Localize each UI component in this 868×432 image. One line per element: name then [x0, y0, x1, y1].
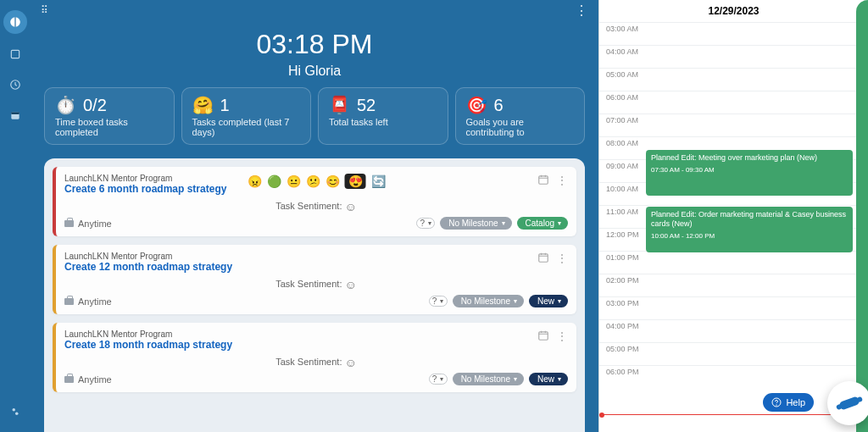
task-schedule[interactable]: Anytime	[64, 219, 112, 229]
stat-label: Tasks completed (last 7 days)	[192, 117, 301, 137]
svg-rect-1	[14, 17, 15, 27]
svg-rect-10	[539, 332, 548, 340]
hour-row[interactable]: 03:00 AM	[599, 22, 868, 45]
stat-card[interactable]: 🤗1Tasks completed (last 7 days)	[181, 87, 312, 145]
hour-label: 04:00 AM	[606, 46, 647, 56]
smile-icon[interactable]: ☺	[345, 356, 357, 369]
hour-row[interactable]: 07:00 AM	[599, 114, 868, 136]
hour-row[interactable]: 05:00 PM	[599, 342, 868, 365]
rail-clock-icon[interactable]	[5, 75, 25, 95]
help-button[interactable]: Help	[763, 393, 814, 412]
task-anytime-label: Anytime	[78, 219, 112, 229]
hour-label: 10:00 AM	[606, 183, 647, 193]
task-menu-icon[interactable]: ⋮	[556, 330, 568, 344]
hour-label: 05:00 AM	[606, 69, 647, 79]
rail-note-icon[interactable]	[5, 44, 25, 64]
hour-label: 06:00 AM	[606, 91, 647, 102]
task-sentiment-label: Task Sentiment:	[275, 201, 342, 211]
sentiment-option[interactable]: 😊	[326, 174, 340, 188]
svg-point-6	[13, 408, 16, 412]
stats-row: ⏱️0/2Time boxed tasks completed🤗1Tasks c…	[31, 87, 598, 158]
briefcase-icon	[64, 376, 74, 383]
task-menu-icon[interactable]: ⋮	[556, 252, 568, 266]
milestone-pill[interactable]: No Milestone ▾	[453, 373, 524, 385]
hour-label: 08:00 AM	[606, 137, 647, 147]
calendar-event[interactable]: Planned Edit: Order marketing material &…	[646, 207, 853, 252]
task-anytime-label: Anytime	[78, 296, 112, 307]
hour-row[interactable]: 01:00 PM	[599, 251, 868, 274]
event-title: Planned Edit: Meeting over marketing pla…	[651, 153, 848, 163]
sentiment-option[interactable]: 😠	[248, 174, 262, 188]
task-card: 😠🟢😐😕😊😍🔄⋮LaunchLKN Mentor ProgramCreate 6…	[53, 167, 576, 236]
now-indicator	[599, 414, 868, 415]
task-title[interactable]: Create 12 month roadmap strategy	[64, 261, 568, 273]
stat-label: Goals you are contributing to	[466, 117, 575, 137]
task-schedule[interactable]: Anytime	[64, 374, 112, 385]
task-card: ⋮LaunchLKN Mentor ProgramCreate 18 month…	[53, 323, 576, 392]
task-schedule-icon[interactable]	[537, 252, 549, 266]
sentiment-picker[interactable]: 😠🟢😐😕😊😍🔄	[248, 174, 386, 189]
calendar-event[interactable]: Planned Edit: Meeting over marketing pla…	[646, 150, 853, 196]
stat-value: 52	[357, 96, 376, 115]
hour-row[interactable]: 05:00 AM	[599, 68, 868, 91]
help-label: Help	[786, 397, 805, 407]
hour-label: 11:00 AM	[606, 206, 647, 216]
hour-row[interactable]: 03:00 PM	[599, 296, 868, 319]
task-help-pill[interactable]: ? ▾	[429, 374, 448, 385]
smile-icon[interactable]: ☺	[345, 278, 357, 291]
sentiment-option[interactable]: 😍	[345, 174, 366, 189]
left-rail	[0, 0, 31, 432]
chat-fab[interactable]	[827, 381, 868, 425]
svg-rect-5	[11, 113, 19, 114]
task-schedule-icon[interactable]	[537, 174, 549, 188]
status-pill[interactable]: New ▾	[529, 295, 568, 307]
sentiment-option[interactable]: 😐	[287, 174, 301, 188]
task-sentiment-label: Task Sentiment:	[275, 279, 342, 289]
task-project: LaunchLKN Mentor Program	[64, 252, 568, 261]
hour-row[interactable]: 04:00 AM	[599, 45, 868, 68]
stat-card[interactable]: ⏱️0/2Time boxed tasks completed	[44, 87, 175, 145]
event-time: 10:00 AM - 12:00 PM	[651, 232, 848, 241]
milestone-pill[interactable]: No Milestone ▾	[440, 217, 511, 230]
calendar-body: 03:00 AM04:00 AM05:00 AM06:00 AM07:00 AM…	[599, 22, 868, 432]
sentiment-option[interactable]: 🟢	[267, 174, 281, 188]
hour-row[interactable]: 02:00 PM	[599, 274, 868, 296]
tasks-panel: 😠🟢😐😕😊😍🔄⋮LaunchLKN Mentor ProgramCreate 6…	[44, 158, 585, 432]
briefcase-icon	[64, 220, 74, 227]
status-pill[interactable]: Catalog ▾	[517, 217, 568, 230]
calendar-date: 12/29/2023	[599, 0, 868, 22]
task-sentiment-row: Task Sentiment: ☺	[64, 356, 568, 369]
svg-rect-2	[11, 50, 19, 58]
stat-icon: ⏱️	[55, 95, 76, 115]
hour-label: 03:00 PM	[606, 297, 647, 307]
rail-home-icon[interactable]	[3, 10, 27, 34]
sentiment-option[interactable]: 😕	[306, 174, 320, 188]
stat-card[interactable]: 🎯6Goals you are contributing to	[455, 87, 586, 145]
task-title[interactable]: Create 18 month roadmap strategy	[64, 339, 568, 351]
current-time: 03:18 PM	[31, 29, 598, 60]
sentiment-option[interactable]: 🔄	[371, 174, 386, 188]
hour-label: 07:00 AM	[606, 114, 647, 125]
task-schedule[interactable]: Anytime	[64, 296, 112, 307]
main-panel: ⠿ ⋮ 03:18 PM Hi Gloria ⏱️0/2Time boxed t…	[31, 0, 598, 432]
stat-label: Total tasks left	[329, 117, 437, 127]
hour-row[interactable]: 06:00 PM	[599, 365, 868, 388]
rail-settings-icon[interactable]	[5, 402, 25, 422]
stat-icon: 🎯	[466, 95, 487, 115]
rail-calendar-icon[interactable]	[5, 105, 25, 125]
task-menu-icon[interactable]: ⋮	[556, 174, 568, 188]
task-schedule-icon[interactable]	[537, 330, 549, 344]
task-help-pill[interactable]: ? ▾	[416, 218, 435, 229]
stat-card[interactable]: 📮52Total tasks left	[318, 87, 448, 145]
stat-label: Time boxed tasks completed	[55, 117, 164, 137]
milestone-pill[interactable]: No Milestone ▾	[453, 295, 524, 307]
smile-icon[interactable]: ☺	[345, 200, 357, 213]
task-help-pill[interactable]: ? ▾	[429, 296, 448, 307]
hour-row[interactable]: 04:00 PM	[599, 319, 868, 342]
hour-label: 03:00 AM	[606, 23, 647, 33]
event-title: Planned Edit: Order marketing material &…	[651, 210, 848, 229]
hour-row[interactable]: 06:00 AM	[599, 91, 868, 114]
hour-label: 02:00 PM	[606, 274, 647, 285]
svg-rect-8	[539, 176, 548, 184]
status-pill[interactable]: New ▾	[529, 373, 568, 385]
